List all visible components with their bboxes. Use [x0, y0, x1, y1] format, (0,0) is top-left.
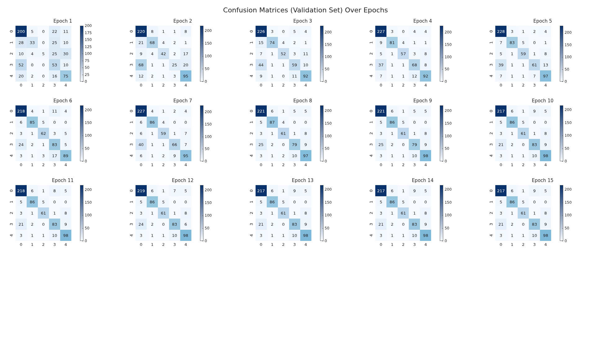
colorbar-tick-label: 50	[444, 226, 449, 230]
heatmap-cell: 2	[386, 219, 398, 230]
heatmap-cell: 9	[60, 219, 71, 230]
heatmap: 227304498141151573837116887111292	[375, 26, 431, 82]
heatmap-cell: 2	[506, 139, 518, 150]
colorbar-tick-label: 150	[444, 121, 452, 126]
heatmap-cell: 5	[300, 185, 311, 196]
x-tick-label: 1	[27, 83, 38, 87]
x-tick-label: 2	[158, 242, 169, 247]
heatmap-cell: 1	[518, 59, 529, 70]
x-tick-label: 0	[375, 162, 386, 167]
y-tick-label: 4	[6, 74, 17, 78]
x-tick-label: 2	[278, 242, 289, 247]
heatmap-cell: 4	[27, 105, 38, 117]
colorbar-ticks: 050100150200	[564, 105, 580, 161]
heatmap-cell: 5	[289, 105, 300, 117]
heatmap-cell: 8	[420, 128, 431, 139]
x-tick-label: 0	[136, 83, 147, 87]
heatmap-cell: 7	[180, 139, 191, 150]
heatmap-cell: 0	[49, 117, 60, 128]
heatmap-cell: 3	[16, 128, 27, 139]
colorbar-gradient	[560, 105, 563, 161]
colorbar-gradient	[200, 105, 203, 161]
heatmap-cell: 1	[529, 128, 540, 139]
heatmap-cell: 30	[60, 48, 71, 59]
x-tick-label: 4	[300, 242, 311, 247]
subplot-heatmap: Epoch 1301234217619558650031611821208393…	[249, 178, 362, 247]
x-tick-label: 2	[518, 162, 529, 167]
heatmap: 217619558650031611821208393111098	[495, 105, 551, 161]
colorbar-tick-label: 50	[85, 65, 89, 70]
subplot-heatmap: Epoch 1401234217619558650031611821208393…	[369, 178, 482, 247]
y-tick-label: 4	[126, 74, 137, 78]
x-tick-label: 3	[409, 242, 420, 247]
heatmap-cell: 86	[27, 196, 38, 207]
subplot-heatmap: Epoch 9012342216155586500316118252079931…	[369, 98, 482, 167]
heatmap-cell: 3	[136, 230, 147, 241]
subplot-title: Epoch 5	[484, 18, 602, 24]
heatmap-cell: 1	[398, 185, 409, 196]
heatmap-cell: 1	[147, 139, 158, 150]
subplot-title: Epoch 6	[4, 98, 122, 104]
heatmap-cell: 4	[409, 26, 420, 37]
heatmap-cell: 218	[16, 105, 27, 117]
y-tick-labels: 01234	[489, 185, 493, 241]
heatmap-cell: 33	[27, 37, 38, 48]
colorbar: 050100150200	[440, 185, 460, 241]
heatmap-cell: 79	[289, 139, 300, 150]
colorbar: 050100150200	[200, 26, 220, 82]
x-tick-labels: 01234	[375, 83, 482, 87]
heatmap-cell: 0	[38, 219, 49, 230]
heatmap-cell: 2	[169, 105, 180, 117]
colorbar-tick-label: 200	[564, 108, 572, 112]
heatmap-cell: 1	[529, 48, 540, 59]
x-tick-label: 3	[289, 162, 300, 167]
heatmap-cell: 37	[375, 59, 386, 70]
heatmap-cell: 4	[398, 37, 409, 48]
y-tick-labels: 01234	[489, 105, 493, 161]
heatmap-cell: 2	[289, 37, 300, 48]
heatmap-cell: 59	[158, 128, 169, 139]
y-tick-label: 2	[486, 51, 497, 56]
heatmap-cell: 1	[386, 128, 398, 139]
heatmap-cell: 83	[169, 219, 180, 230]
y-tick-label: 1	[6, 40, 17, 45]
heatmap-cell: 1	[267, 59, 278, 70]
heatmap-cell: 7	[375, 70, 386, 82]
heatmap-cell: 0	[169, 117, 180, 128]
colorbar-gradient	[80, 105, 83, 161]
heatmap-cell: 10	[16, 48, 27, 59]
x-tick-label: 3	[409, 162, 420, 167]
heatmap-cell: 1	[278, 59, 289, 70]
subplot-title: Epoch 7	[124, 98, 242, 104]
subplot-title: Epoch 14	[363, 178, 482, 183]
plot-row: 0123421761955865003161182120839311109805…	[489, 105, 602, 161]
x-tick-label: 4	[180, 83, 191, 87]
x-tick-label: 1	[506, 162, 518, 167]
heatmap-cell: 217	[495, 105, 506, 117]
colorbar-tick-label: 0	[325, 159, 327, 163]
heatmap-cell: 12	[409, 70, 420, 82]
heatmap-cell: 9	[169, 150, 180, 161]
x-tick-label: 2	[38, 242, 49, 247]
y-tick-label: 1	[246, 40, 257, 45]
heatmap-cell: 8	[60, 207, 71, 219]
heatmap-cell: 6	[180, 219, 191, 230]
heatmap-cell: 1	[27, 230, 38, 241]
heatmap-cell: 6	[267, 105, 278, 117]
y-tick-label: 1	[486, 40, 497, 45]
colorbar-tick-label: 0	[444, 79, 447, 84]
colorbar-tick-label: 0	[85, 159, 87, 163]
heatmap-cell: 6	[267, 185, 278, 196]
y-tick-label: 1	[366, 200, 377, 204]
heatmap-cell: 6	[16, 117, 27, 128]
y-tick-label: 0	[6, 189, 17, 193]
colorbar-tick-label: 50	[85, 146, 89, 151]
heatmap-cell: 2	[147, 70, 158, 82]
x-tick-label: 0	[136, 242, 147, 247]
heatmap-cell: 1	[158, 59, 169, 70]
heatmap-cell: 3	[506, 26, 518, 37]
y-tick-label: 2	[126, 131, 137, 135]
plot-row: 0123421761955865003161182120839311109805…	[249, 185, 362, 241]
y-tick-label: 3	[6, 222, 17, 226]
x-tick-label: 1	[27, 162, 38, 167]
